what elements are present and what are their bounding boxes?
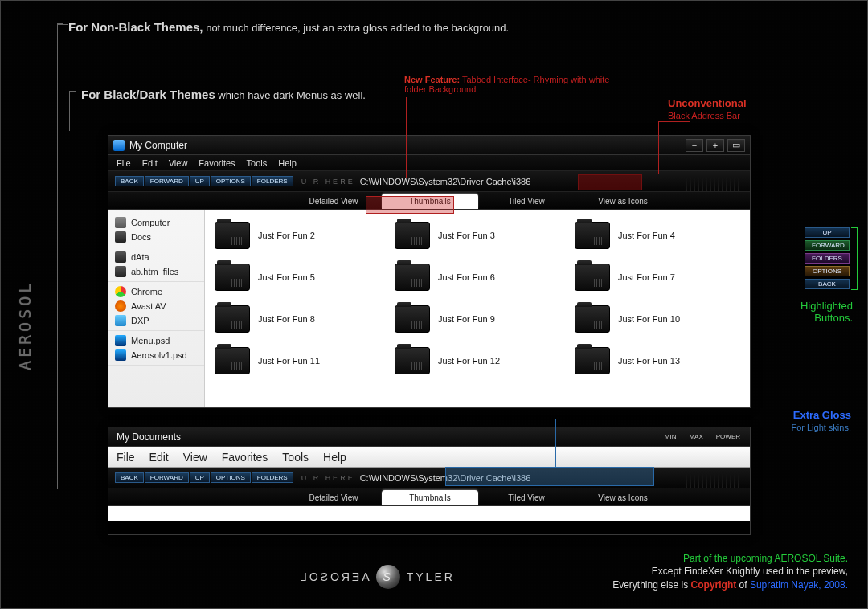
footer-logo-right: TYLER [407, 570, 455, 583]
address-bar: BACKFORWARDUPOPTIONSFOLDERS U R HERE C:\… [108, 171, 750, 192]
sidebar-item-docs[interactable]: Docs [108, 230, 204, 244]
min-button[interactable]: MIN [660, 431, 682, 443]
sidebar-item-label: Menu.psd [131, 336, 170, 345]
folder-label: Just For Fun 6 [438, 272, 495, 282]
sidebar-item-label: Aerosolv1.psd [131, 350, 187, 360]
folder-item[interactable]: Just For Fun 4 [568, 216, 747, 255]
caption-unconventional: Unconventional Black Address Bar [668, 97, 747, 121]
menu-help[interactable]: Help [278, 158, 297, 168]
folder-item[interactable]: Just For Fun 7 [568, 258, 747, 296]
content-area [108, 506, 750, 521]
folder-item[interactable]: Just For Fun 3 [388, 216, 567, 255]
nav-up-button[interactable]: UP [190, 472, 210, 483]
caption-gloss: Extra Gloss For Light skins. [791, 409, 851, 433]
titlebar[interactable]: My Documents MINMAXPOWER [108, 427, 750, 447]
menu-view[interactable]: View [169, 158, 188, 168]
folder-label: Just For Fun 12 [438, 356, 500, 366]
menu-file[interactable]: File [117, 158, 131, 168]
hl-options-button[interactable]: OPTIONS [805, 266, 850, 276]
sidebar-item-dxp[interactable]: DXP [108, 313, 204, 328]
folder-item[interactable]: Just For Fun 6 [388, 258, 567, 296]
address-path[interactable]: C:\WINDOWS\System32\Driver Cache\i386 [360, 177, 531, 186]
folder-icon [115, 231, 126, 243]
minimize-button[interactable]: − [686, 139, 703, 152]
folder-icon [115, 266, 126, 277]
close-button[interactable]: ▭ [727, 139, 745, 152]
nav-options-button[interactable]: OPTIONS [211, 176, 251, 186]
folder-item[interactable]: Just For Fun 9 [388, 300, 567, 338]
folder-label: Just For Fun 8 [258, 314, 315, 324]
sidebar-item-menu-psd[interactable]: Menu.psd [108, 333, 204, 348]
folder-label: Just For Fun 5 [258, 272, 315, 282]
menu-bar: FileEditViewFavoritesToolsHelp [108, 447, 750, 468]
hl-up-button[interactable]: UP [805, 227, 850, 238]
nav-back-button[interactable]: BACK [115, 472, 144, 483]
sidebar-item-aerosolv1-psd[interactable]: Aerosolv1.psd [108, 348, 204, 362]
menu-edit[interactable]: Edit [149, 451, 169, 464]
folder-label: Just For Fun 2 [258, 231, 315, 240]
menu-favorites[interactable]: Favorites [222, 451, 268, 464]
folder-icon [395, 222, 430, 249]
window-title: My Documents [117, 431, 660, 443]
folder-icon [575, 347, 610, 374]
folder-label: Just For Fun 4 [618, 231, 675, 240]
folder-icon [575, 264, 610, 291]
folder-item[interactable]: Just For Fun 8 [208, 300, 387, 338]
folder-item[interactable]: Just For Fun 13 [568, 341, 747, 380]
chrome-icon [115, 286, 126, 297]
folder-icon [215, 222, 250, 249]
nav-options-button[interactable]: OPTIONS [211, 472, 251, 483]
tab-tiled-view[interactable]: Tiled View [478, 194, 575, 209]
menu-file[interactable]: File [117, 451, 135, 464]
sidebar-item-label: Computer [131, 218, 170, 227]
bracket-inner [69, 91, 76, 131]
power-button[interactable]: POWER [711, 431, 745, 443]
sidebar-item-label: Chrome [131, 287, 162, 296]
window-my-computer: My Computer − + ▭ FileEditViewFavoritesT… [108, 135, 751, 408]
address-path[interactable]: C:\WINDOWS\System32\Driver Cache\i386 [360, 473, 531, 483]
nav-buttons: BACKFORWARDUPOPTIONSFOLDERS [115, 176, 293, 186]
titlebar[interactable]: My Computer − + ▭ [108, 136, 750, 155]
sidebar-item-ab-htm-files[interactable]: ab.htm_files [108, 264, 204, 279]
tab-view-as-icons[interactable]: View as Icons [575, 194, 671, 209]
tab-thumbnails[interactable]: Thumbnails [382, 490, 478, 505]
max-button[interactable]: MAX [684, 431, 707, 443]
nav-forward-button[interactable]: FORWARD [145, 472, 189, 483]
nav-back-button[interactable]: BACK [115, 176, 144, 186]
menu-favorites[interactable]: Favorites [199, 158, 235, 168]
menu-tools[interactable]: Tools [282, 451, 309, 464]
menu-tools[interactable]: Tools [247, 158, 268, 168]
menu-view[interactable]: View [183, 451, 207, 464]
sidebar-item-chrome[interactable]: Chrome [108, 284, 204, 299]
folder-item[interactable]: Just For Fun 2 [208, 216, 387, 255]
hl-back-button[interactable]: BACK [805, 279, 850, 289]
maximize-button[interactable]: + [706, 139, 724, 152]
sidebar-item-computer[interactable]: Computer [108, 215, 204, 230]
tab-tiled-view[interactable]: Tiled View [478, 490, 575, 505]
folder-item[interactable]: Just For Fun 12 [388, 341, 567, 380]
window-title: My Computer [129, 140, 686, 151]
tab-view-as-icons[interactable]: View as Icons [575, 490, 671, 505]
nav-forward-button[interactable]: FORWARD [145, 176, 189, 186]
menu-help[interactable]: Help [323, 451, 346, 464]
hl-folders-button[interactable]: FOLDERS [805, 253, 850, 264]
nav-folders-button[interactable]: FOLDERS [252, 472, 293, 483]
tab-thumbnails[interactable]: Thumbnails [382, 194, 478, 209]
folder-item[interactable]: Just For Fun 11 [208, 341, 387, 380]
folder-icon [215, 347, 250, 374]
caption-dark: For Black/Dark Themes which have dark Me… [81, 88, 366, 101]
view-tabs: Detailed ViewThumbnailsTiled ViewView as… [108, 192, 750, 210]
tab-detailed-view[interactable]: Detailed View [285, 490, 382, 505]
tab-detailed-view[interactable]: Detailed View [285, 194, 382, 209]
urhere-label: U R HERE [301, 474, 355, 482]
menu-edit[interactable]: Edit [142, 158, 158, 168]
hl-forward-button[interactable]: FORWARD [805, 240, 850, 251]
folder-item[interactable]: Just For Fun 5 [208, 258, 387, 296]
sidebar-item-avast-av[interactable]: Avast AV [108, 299, 204, 313]
nav-folders-button[interactable]: FOLDERS [252, 176, 293, 186]
folder-item[interactable]: Just For Fun 10 [568, 300, 747, 338]
folder-icon [395, 347, 430, 374]
nav-up-button[interactable]: UP [190, 176, 210, 186]
folder-icon [575, 222, 610, 249]
sidebar-item-data[interactable]: dAta [108, 250, 204, 264]
